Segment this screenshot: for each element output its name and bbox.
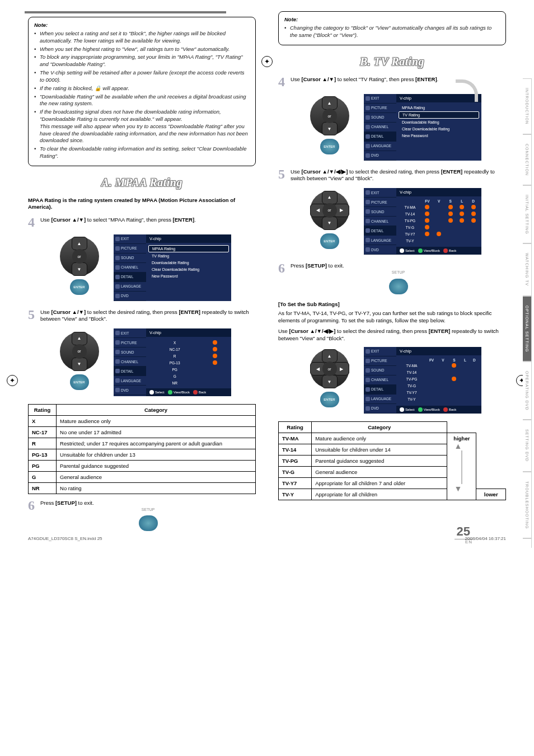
lock-icon: [213, 354, 217, 358]
osd-sidebar-item: EXIT: [364, 94, 396, 104]
rating-desc: Unsuitable for children under 14: [312, 444, 447, 455]
dpad-up-icon: ▲: [322, 349, 338, 363]
osd-sidebar-item: DETAIL: [364, 132, 396, 142]
rating-desc: Appropriate for all children: [312, 489, 447, 500]
section-tab: INITIAL SETTING: [523, 185, 532, 244]
lbl: View/Block: [424, 408, 440, 411]
lock-icon: [460, 212, 464, 216]
dpad-up-icon: ▲: [322, 96, 338, 110]
rating-code: X: [29, 416, 57, 427]
lbl: CHANNEL: [371, 219, 388, 223]
section-tab: SETTING DVD: [523, 420, 532, 471]
dpad-down-icon: ▼: [72, 262, 87, 276]
rating-code: TV-Y: [279, 489, 312, 500]
dvd-icon: [366, 153, 370, 158]
rating-code: R: [29, 438, 57, 449]
enter-button-icon: ENTER: [320, 233, 339, 249]
txt: Use: [40, 217, 51, 223]
dpad-center: or: [322, 361, 337, 376]
section-title-label: B. TV Rating: [360, 55, 424, 68]
osd-item: Clear Downloadable Rating: [399, 126, 479, 132]
button-ref: [ENTER]: [173, 217, 195, 223]
select-icon: [149, 390, 154, 395]
rating-desc: Parental guidance suggested: [57, 461, 256, 472]
note-item: If the broadcasting signal does not have…: [34, 109, 250, 144]
lock-icon: [471, 205, 476, 209]
osd-sidebar-item: PICTURE: [364, 104, 396, 113]
th-rating: Rating: [29, 405, 57, 416]
lbl: DETAIL: [371, 229, 383, 233]
remote-dpad-illustration: ▲ ▼ or ENTER: [53, 237, 106, 298]
osd-vchip-menu: EXIT PICTURE SOUND CHANNEL DETAIL LANGUA…: [364, 94, 481, 161]
osd-item: TV Rating: [399, 111, 479, 119]
txt: to select the desired rating, then press: [348, 168, 441, 175]
cell: PG: [148, 366, 201, 373]
row: TV-MA: [399, 204, 421, 210]
sub-ratings-body: As for TV-MA, TV-14, TV-PG, or TV-Y7, yo…: [278, 309, 506, 325]
detail-icon: [115, 369, 120, 373]
osd-title: V-chip: [146, 234, 231, 243]
osd-sidebar-item: SOUND: [114, 253, 146, 263]
lbl: Back: [449, 249, 456, 252]
txt: Press: [40, 500, 55, 506]
sub-ratings-heading: [To Set the Sub Ratings]: [278, 301, 506, 307]
txt: to select the desired rating, then press: [86, 309, 179, 315]
osd-sidebar-item: EXIT: [364, 347, 396, 356]
rating-code: TV-MA: [279, 433, 312, 444]
detail-icon: [366, 387, 370, 392]
rating-code: NC-17: [29, 427, 57, 438]
cell: R: [148, 353, 201, 359]
lbl: View/Block: [424, 249, 440, 252]
col: V: [438, 358, 447, 363]
cell: NC-17: [148, 346, 201, 353]
lock-icon: [471, 218, 476, 223]
viewblock-icon: [168, 390, 172, 395]
lock-icon: [437, 232, 441, 236]
osd-vchip-menu: EXIT PICTURE SOUND CHANNEL DETAIL LANGUA…: [114, 234, 231, 301]
txt: to select "MPAA Rating", then press: [86, 217, 172, 223]
page-footer: 25 EN: [455, 524, 472, 544]
txt: .: [194, 217, 196, 223]
row: TV-14: [399, 210, 421, 217]
lbl: DVD: [371, 248, 379, 252]
channel-icon: [115, 359, 120, 364]
rating-desc: Appropriate for all children 7 and older: [312, 477, 447, 489]
rating-desc: No one under 17 admitted: [57, 427, 256, 438]
osd-sidebar-item: DVD: [364, 245, 396, 255]
lower-label: lower: [484, 491, 498, 497]
osd-sidebar-item: DVD: [364, 404, 396, 414]
section-tab: WATCHING TV: [523, 243, 532, 295]
osd-item: TV Rating: [148, 253, 229, 259]
setup-label: SETUP: [291, 270, 506, 275]
control-ref: [Cursor ▲/▼]: [51, 217, 86, 223]
col: S: [448, 358, 461, 363]
col: L: [456, 199, 468, 204]
txt: .: [437, 76, 439, 82]
note-list: Changing the category to "Block" or "Vie…: [284, 25, 500, 39]
osd-sidebar-item: EXIT: [114, 328, 146, 338]
language-icon: [115, 378, 120, 383]
step-number: 5: [278, 167, 285, 181]
osd-sidebar-item: CHANNEL: [114, 263, 146, 273]
note-list: When you select a rating and set it to "…: [34, 30, 250, 160]
sound-icon: [115, 256, 120, 260]
detail-icon: [366, 134, 370, 139]
picture-icon: [115, 246, 120, 251]
lbl: DVD: [121, 294, 129, 298]
th-category: Category: [57, 405, 256, 416]
arrow-down-icon: ▼: [451, 484, 465, 493]
lock-icon: [213, 360, 217, 365]
dvd-icon: [115, 294, 120, 298]
osd-sidebar-item: SOUND: [364, 366, 396, 375]
exit-icon: [115, 331, 120, 335]
lbl: CHANNEL: [121, 265, 138, 269]
lbl: PICTURE: [121, 246, 137, 250]
note-title: Note:: [284, 16, 500, 22]
lbl: Select: [405, 249, 415, 252]
osd-sidebar: EXIT PICTURE SOUND CHANNEL DETAIL LANGUA…: [364, 347, 396, 414]
note-item: "Downloadable Rating" will be available …: [34, 93, 250, 108]
lbl: DETAIL: [121, 275, 133, 279]
rating-code: NR: [29, 483, 57, 494]
osd-mpaa-grid: X NC-17 R PG-13 PG G NR: [148, 339, 229, 386]
registration-mark: [7, 375, 18, 386]
